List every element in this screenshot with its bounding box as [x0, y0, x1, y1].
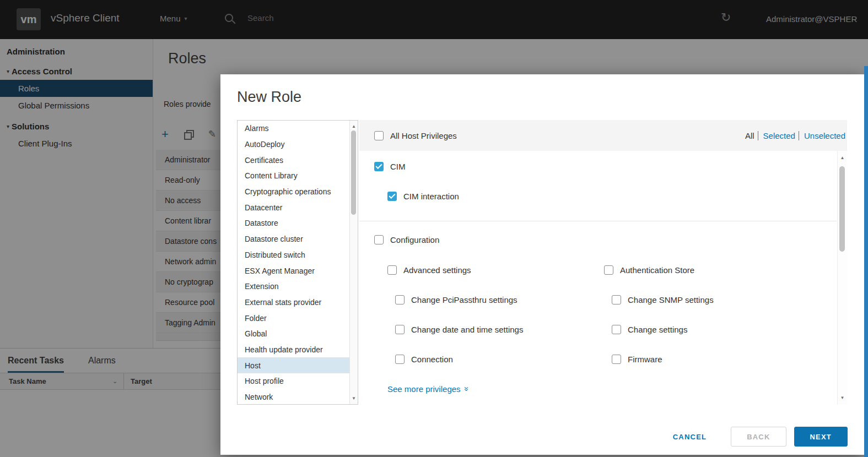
- privilege-row-connection[interactable]: Connection: [387, 355, 604, 364]
- privilege-row-change-snmp-settings[interactable]: Change SNMP settings: [604, 295, 834, 304]
- privilege-label: Change date and time settings: [411, 325, 523, 334]
- privilege-category-list: Alarms AutoDeploy Certificates Content L…: [237, 120, 358, 405]
- scrollbar-thumb[interactable]: [351, 130, 356, 215]
- checkbox-unchecked[interactable]: [612, 325, 621, 334]
- scroll-down-icon[interactable]: ▼: [350, 396, 358, 401]
- privilege-category-content-library[interactable]: Content Library: [238, 168, 349, 184]
- scroll-up-icon[interactable]: ▲: [350, 124, 358, 129]
- checkbox-unchecked[interactable]: [612, 355, 621, 364]
- new-role-dialog: New Role Alarms AutoDeploy Certificates …: [220, 74, 864, 455]
- privilege-row-change-settings[interactable]: Change settings: [604, 325, 834, 334]
- privilege-category-datastore-cluster[interactable]: Datastore cluster: [238, 231, 349, 247]
- privilege-row-change-date-time-settings[interactable]: Change date and time settings: [387, 325, 604, 334]
- privilege-label: Authentication Store: [620, 265, 694, 275]
- checkbox-unchecked[interactable]: [387, 265, 397, 275]
- privilege-category-folder[interactable]: Folder: [238, 310, 349, 326]
- privilege-category-cryptographic-operations[interactable]: Cryptographic operations: [238, 184, 349, 200]
- all-host-privileges-checkbox[interactable]: [374, 131, 384, 140]
- category-list-scrollbar[interactable]: ▲ ▼: [349, 121, 358, 404]
- vsphere-client-window: vm vSphere Client Menu ▾ Search ↻ Admini…: [0, 0, 868, 457]
- scroll-up-icon[interactable]: ▲: [838, 155, 847, 160]
- privilege-row-authentication-store[interactable]: Authentication Store: [604, 265, 834, 275]
- privilege-category-alarms[interactable]: Alarms: [238, 121, 349, 137]
- privilege-label: CIM interaction: [403, 192, 459, 201]
- privilege-category-autodeploy[interactable]: AutoDeploy: [238, 137, 349, 153]
- privilege-category-global[interactable]: Global: [238, 326, 349, 342]
- see-more-privileges-link[interactable]: See more privileges »: [387, 384, 469, 394]
- privilege-category-items: Alarms AutoDeploy Certificates Content L…: [238, 121, 349, 404]
- privilege-category-datastore[interactable]: Datastore: [238, 215, 349, 231]
- configuration-privileges-grid: Advanced settings Authentication Store C…: [387, 255, 834, 374]
- privileges-body: CIM CIM interaction Configuration Advanc…: [359, 151, 847, 405]
- checkbox-unchecked[interactable]: [395, 325, 405, 334]
- privilege-filters: All Selected Unselected: [745, 120, 845, 151]
- checkbox-unchecked[interactable]: [612, 295, 621, 304]
- section-divider: [359, 221, 837, 221]
- scrollbar-thumb[interactable]: [839, 166, 845, 252]
- privilege-label: Advanced settings: [403, 265, 471, 275]
- privilege-label: Change settings: [628, 325, 687, 334]
- privilege-label: CIM: [390, 162, 406, 171]
- modal-footer: CANCEL BACK NEXT: [220, 418, 864, 455]
- privilege-category-external-stats-provider[interactable]: External stats provider: [238, 295, 349, 311]
- checkbox-checked[interactable]: [387, 192, 397, 201]
- privilege-label: Configuration: [390, 235, 439, 244]
- checkbox-checked[interactable]: [374, 162, 384, 171]
- see-more-label: See more privileges: [387, 384, 461, 394]
- privilege-category-distributed-switch[interactable]: Distributed switch: [238, 247, 349, 263]
- dialog-title: New Role: [237, 89, 301, 106]
- checkbox-unchecked[interactable]: [374, 235, 384, 244]
- privilege-category-certificates[interactable]: Certificates: [238, 152, 349, 168]
- privileges-header: All Host Privileges All Selected Unselec…: [359, 120, 847, 151]
- cancel-button[interactable]: CANCEL: [664, 427, 715, 447]
- privilege-row-advanced-settings[interactable]: Advanced settings: [387, 265, 604, 275]
- privilege-label: Firmware: [628, 355, 662, 364]
- next-button[interactable]: NEXT: [794, 427, 848, 447]
- filter-unselected[interactable]: Unselected: [804, 131, 845, 140]
- privilege-row-cim[interactable]: CIM: [374, 162, 406, 171]
- filter-all[interactable]: All: [745, 131, 758, 140]
- privilege-label: Change PciPassthru settings: [411, 295, 517, 304]
- filter-selected[interactable]: Selected: [763, 131, 799, 140]
- privilege-category-extension[interactable]: Extension: [238, 279, 349, 295]
- privileges-scrollbar[interactable]: ▲ ▼: [837, 151, 847, 405]
- scroll-down-icon[interactable]: ▼: [838, 395, 847, 400]
- checkbox-unchecked[interactable]: [395, 295, 405, 304]
- privilege-row-cim-interaction[interactable]: CIM interaction: [387, 192, 459, 201]
- privilege-category-network[interactable]: Network: [238, 389, 349, 404]
- privilege-row-configuration[interactable]: Configuration: [374, 235, 439, 244]
- privilege-row-change-pcipassthru-settings[interactable]: Change PciPassthru settings: [387, 295, 604, 304]
- privilege-row-firmware[interactable]: Firmware: [604, 355, 834, 364]
- privileges-header-label: All Host Privileges: [390, 131, 457, 140]
- privilege-category-datacenter[interactable]: Datacenter: [238, 199, 349, 215]
- privilege-category-esx-agent-manager[interactable]: ESX Agent Manager: [238, 263, 349, 279]
- privilege-category-health-update-provider[interactable]: Health update provider: [238, 342, 349, 358]
- chevron-double-down-icon: »: [462, 387, 471, 391]
- right-edge-scrollbar[interactable]: [864, 66, 868, 457]
- checkbox-unchecked[interactable]: [395, 355, 405, 364]
- privilege-label: Change SNMP settings: [628, 295, 714, 304]
- back-button[interactable]: BACK: [731, 427, 786, 447]
- privilege-category-host-profile[interactable]: Host profile: [238, 373, 349, 389]
- checkbox-unchecked[interactable]: [604, 265, 613, 275]
- privilege-label: Connection: [411, 355, 453, 364]
- privileges-pane: All Host Privileges All Selected Unselec…: [359, 120, 847, 405]
- privilege-category-host[interactable]: Host: [238, 357, 349, 373]
